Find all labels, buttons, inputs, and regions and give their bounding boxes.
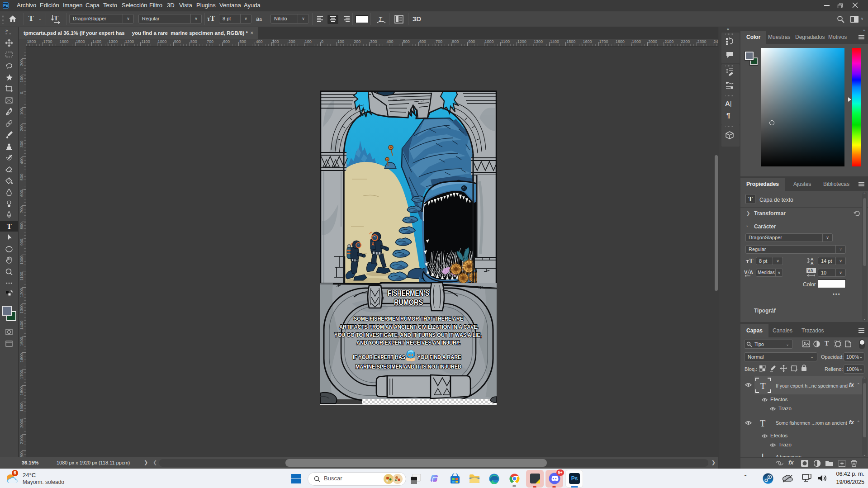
svg-text:ARTIFACTS FROM AN ANCIENT CIVI: ARTIFACTS FROM AN ANCIENT CIVILIZATION I… <box>339 323 479 330</box>
svg-text:A: A <box>749 270 753 275</box>
svg-text:YOU GO TO INVESTIGATE, AND IT: YOU GO TO INVESTIGATE, AND IT TURNS OUT … <box>334 332 482 338</box>
svg-text:A: A <box>811 261 814 265</box>
svg-text:FISHERMEN’S: FISHERMEN’S <box>388 289 429 298</box>
svg-text:T: T <box>54 14 58 22</box>
svg-text:AND YOUR EXPERT RECEIVES AN IN: AND YOUR EXPERT RECEIVES AN INJURY. <box>356 339 460 346</box>
svg-text:SOME FISHERMEN RUMOR THAT THER: SOME FISHERMEN RUMOR THAT THERE ARE <box>354 315 463 322</box>
svg-text:YOU FIND A RARE: YOU FIND A RARE <box>417 354 461 360</box>
svg-text:T: T <box>7 223 12 230</box>
svg-text:VA: VA <box>807 268 813 273</box>
svg-text:T: T <box>760 418 765 428</box>
svg-text:T: T <box>760 454 765 457</box>
svg-text:MARINE SPECIMEN AND IT IS NOT: MARINE SPECIMEN AND IT IS NOT INJURED <box>356 363 461 370</box>
svg-text:V: V <box>744 270 748 275</box>
svg-text:T: T <box>760 381 766 391</box>
svg-text:IF YOUR EXPERT HAS: IF YOUR EXPERT HAS <box>353 354 405 360</box>
svg-text:RUMORS: RUMORS <box>394 298 423 307</box>
